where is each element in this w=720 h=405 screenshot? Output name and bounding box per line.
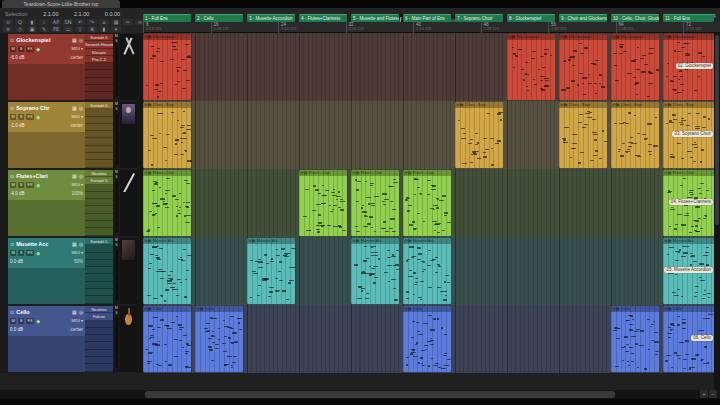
plugin-slot[interactable] — [85, 221, 113, 228]
plugin-slot[interactable] — [85, 296, 113, 303]
record-arm-icon[interactable]: ⊙ — [10, 105, 14, 111]
midi-clip[interactable]: ▤▦ Cello — [143, 306, 191, 373]
plugin-slot[interactable] — [85, 342, 113, 349]
clip-header[interactable]: ▤▦ Choir - Sopr — [143, 102, 191, 108]
plugin-slot[interactable] — [85, 63, 113, 70]
midi-clip[interactable]: ▤▦ Cello — [403, 306, 451, 373]
arrangement-marker[interactable]: 5 - Musette and Flutes+Clarinets — [351, 14, 399, 22]
midi-clip[interactable]: ▤▦ Musette Acc05. Musette Accordion — [663, 238, 714, 305]
home-icon[interactable]: ⌂ — [99, 19, 109, 25]
clip-header[interactable]: ▤▦ Flutes+Clari — [663, 170, 714, 176]
plugin-slot[interactable] — [85, 335, 113, 342]
plugin-slot[interactable] — [85, 70, 113, 77]
track-header-main[interactable]: ⊙Musette Acc▦◎MSFX◆MIDI ▾0.0 dB50% — [8, 238, 85, 268]
plugin-slot[interactable] — [85, 192, 113, 199]
zoom-out-button[interactable]: − — [709, 390, 717, 398]
midi-clip[interactable]: ▤▦ Flutes+Clari04. Flutes+Clarinets — [663, 170, 714, 237]
mute-button[interactable]: M — [10, 318, 16, 324]
plugin-slot[interactable] — [85, 124, 113, 131]
plugin-slot[interactable]: Kontakt 5 — [85, 238, 113, 245]
level-meter-icon[interactable]: ▮ — [27, 19, 37, 25]
plugin-slot[interactable] — [85, 131, 113, 138]
plugin-slot[interactable] — [85, 185, 113, 192]
vertical-scrollbar[interactable] — [714, 33, 720, 390]
strip-solo-button[interactable]: S — [113, 311, 120, 316]
track-grid-icon[interactable]: ▦ — [72, 241, 77, 247]
plugin-slot[interactable]: Pro-C 2 — [85, 56, 113, 63]
track-small-icon[interactable]: ▯ — [75, 26, 85, 32]
midi-clip[interactable]: ▤▦ Flutes+Clari — [299, 170, 347, 237]
info-icon[interactable]: i — [39, 19, 49, 25]
clip-header[interactable]: ▤▦ Glockenspiel — [507, 34, 555, 40]
midi-clip[interactable]: ▤▦ Glockenspiel — [143, 34, 191, 101]
track-big-icon[interactable]: ▮ — [99, 26, 109, 32]
track-header-main[interactable]: ⊙Cello▦◎MSFX◆MIDI ▾0.0 dBcenter — [8, 306, 85, 336]
track-header-main[interactable]: ⊙Soprano Chr▦◎MSFX◆MIDI ▾-1.0 dBcenter — [8, 102, 85, 132]
scissors-icon[interactable]: ✂ — [123, 19, 133, 25]
plugin-slot[interactable] — [85, 245, 113, 252]
plugin-slot[interactable] — [85, 160, 113, 167]
record-arm-icon[interactable]: ⊙ — [10, 173, 14, 179]
clip-header[interactable]: ▤▦ Glockenspiel — [559, 34, 607, 40]
track-name[interactable]: Glockenspiel — [16, 37, 70, 43]
plugin-slot[interactable]: Kontakt 5 — [85, 102, 113, 109]
clip-header[interactable]: ▤▦ Choir - Sopr — [455, 102, 503, 108]
plugin-slot[interactable]: Seventh Heaven Pr — [85, 41, 113, 48]
vertical-scrollbar-thumb[interactable] — [715, 35, 719, 225]
selection-end[interactable]: 2.1.00 — [74, 11, 89, 17]
mute-button[interactable]: M — [10, 182, 16, 188]
pencil-icon[interactable]: ✎ — [39, 26, 49, 32]
midi-clip[interactable]: ▤▦ Cello — [611, 306, 659, 373]
mute-button[interactable]: M — [10, 250, 16, 256]
strip-solo-button[interactable]: S — [113, 175, 120, 180]
track-name[interactable]: Musette Acc — [16, 241, 70, 247]
plugin-slot[interactable] — [85, 146, 113, 153]
volume-readout[interactable]: -6.0 dB — [10, 55, 25, 60]
clip-header[interactable]: ▤▦ Flutes+Clari — [351, 170, 399, 176]
volume-readout[interactable]: 0.0 dB — [10, 327, 23, 332]
plugin-slot[interactable] — [85, 109, 113, 116]
clip-header[interactable]: ▤▦ Cello — [195, 306, 243, 312]
clip-header[interactable]: ▤▦ Cello — [143, 306, 191, 312]
plugin-slot[interactable] — [85, 321, 113, 328]
arrangement-marker[interactable]: 10 - Cello, Choir, Glockenspiel — [611, 14, 659, 22]
midi-clip[interactable]: ▤▦ Glockenspiel — [507, 34, 555, 101]
arrangement-marker[interactable]: 7 - Soprano Choir — [455, 14, 503, 22]
midi-clip[interactable]: ▤▦ Glockenspiel — [611, 34, 659, 101]
plugin-slot[interactable] — [85, 92, 113, 99]
clip-header[interactable]: ▤▦ Glockenspiel — [143, 34, 191, 40]
midi-clip[interactable]: ▤▦ Musette Acc — [403, 238, 451, 305]
clip-header[interactable]: ▤▦ Musette Acc — [143, 238, 191, 244]
zoom-icon[interactable]: Q — [15, 19, 25, 25]
pan-readout[interactable]: 50% — [74, 259, 83, 264]
eq-lines-icon[interactable]: ≡ — [3, 26, 13, 32]
fx-button[interactable]: FX — [26, 318, 34, 324]
plugin-slot[interactable] — [85, 85, 113, 92]
track-stack-icon[interactable]: ≣ — [87, 26, 97, 32]
plugin-slot[interactable] — [85, 214, 113, 221]
tracks-menu-icon[interactable]: ▾ — [111, 26, 121, 32]
plugin-slot[interactable]: Neutrino — [85, 306, 113, 313]
fx-button[interactable]: FX — [26, 250, 34, 256]
pan-readout[interactable]: 100% — [71, 191, 83, 196]
clip-header[interactable]: ▤▦ Musette Acc — [403, 238, 451, 244]
midi-clip[interactable]: ▤▦ Musette Acc — [351, 238, 399, 305]
selection-length[interactable]: 0.0.00 — [105, 11, 120, 17]
track-name[interactable]: Flutes+Clari — [16, 173, 70, 179]
arrangement-marker[interactable]: 8 - Glockenspiel — [507, 14, 555, 22]
track-grid-icon[interactable]: ▦ — [72, 37, 77, 43]
lock-icon[interactable]: ▣ — [27, 26, 37, 32]
plugin-slot[interactable] — [85, 274, 113, 281]
plugin-slot[interactable] — [85, 153, 113, 160]
midi-clip[interactable]: ▤▦ Flutes+Clari — [143, 170, 191, 237]
zoom-in-button[interactable]: + — [700, 390, 708, 398]
plugin-slot[interactable] — [85, 228, 113, 235]
solo-button[interactable]: S — [18, 318, 24, 324]
mute-button[interactable]: M — [10, 114, 16, 120]
track-grid-icon[interactable]: ▦ — [72, 173, 77, 179]
midi-clip[interactable]: ▤▦ Choir - Sopr — [559, 102, 607, 169]
track-header-main[interactable]: ⊙Glockenspiel▦◎MSFX◆MIDI ▾-6.0 dBcenter — [8, 34, 85, 64]
record-arm-icon[interactable]: ⊙ — [10, 309, 14, 315]
volume-readout[interactable]: -4.0 dB — [10, 191, 25, 196]
clip-header[interactable]: ▤▦ Musette Acc — [663, 238, 714, 244]
